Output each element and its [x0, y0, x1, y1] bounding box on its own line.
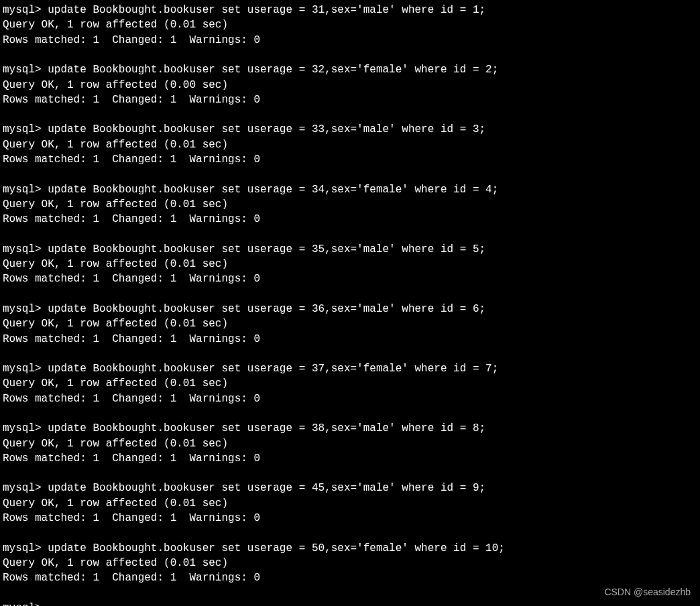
terminal-output[interactable]: mysql> update Bookbought.bookuser set us… — [3, 3, 697, 606]
command-line: mysql> update Bookbought.bookuser set us… — [3, 302, 697, 316]
query-block: mysql> update Bookbought.bookuser set us… — [3, 3, 697, 48]
query-ok-line: Query OK, 1 row affected (0.01 sec) — [3, 556, 697, 570]
query-ok-line: Query OK, 1 row affected (0.00 sec) — [3, 78, 697, 93]
rows-matched-line: Rows matched: 1 Changed: 1 Warnings: 0 — [3, 33, 697, 48]
query-block: mysql> update Bookbought.bookuser set us… — [3, 421, 697, 466]
query-block: mysql> update Bookbought.bookuser set us… — [3, 182, 697, 227]
rows-matched-line: Rows matched: 1 Changed: 1 Warnings: 0 — [3, 152, 697, 167]
rows-matched-line: Rows matched: 1 Changed: 1 Warnings: 0 — [3, 451, 697, 466]
query-block: mysql> update Bookbought.bookuser set us… — [3, 122, 697, 167]
rows-matched-line: Rows matched: 1 Changed: 1 Warnings: 0 — [3, 271, 697, 286]
command-line: mysql> update Bookbought.bookuser set us… — [3, 242, 697, 257]
query-ok-line: Query OK, 1 row affected (0.01 sec) — [3, 376, 697, 391]
watermark: CSDN @seasidezhb — [604, 586, 691, 599]
command-line: mysql> update Bookbought.bookuser set us… — [3, 421, 697, 436]
rows-matched-line: Rows matched: 1 Changed: 1 Warnings: 0 — [3, 511, 697, 526]
command-line: mysql> update Bookbought.bookuser set us… — [3, 361, 697, 376]
rows-matched-line: Rows matched: 1 Changed: 1 Warnings: 0 — [3, 570, 697, 585]
command-line: mysql> update Bookbought.bookuser set us… — [3, 122, 697, 137]
command-line: mysql> update Bookbought.bookuser set us… — [3, 62, 697, 77]
command-line: mysql> update Bookbought.bookuser set us… — [3, 3, 697, 17]
query-ok-line: Query OK, 1 row affected (0.01 sec) — [3, 257, 697, 271]
query-block: mysql> update Bookbought.bookuser set us… — [3, 302, 697, 347]
rows-matched-line: Rows matched: 1 Changed: 1 Warnings: 0 — [3, 332, 697, 347]
query-ok-line: Query OK, 1 row affected (0.01 sec) — [3, 496, 697, 511]
query-ok-line: Query OK, 1 row affected (0.01 sec) — [3, 17, 697, 32]
rows-matched-line: Rows matched: 1 Changed: 1 Warnings: 0 — [3, 212, 697, 227]
mysql-prompt[interactable]: mysql> — [3, 601, 697, 606]
command-line: mysql> update Bookbought.bookuser set us… — [3, 182, 697, 197]
query-block: mysql> update Bookbought.bookuser set us… — [3, 62, 697, 107]
command-line: mysql> update Bookbought.bookuser set us… — [3, 481, 697, 495]
query-block: mysql> update Bookbought.bookuser set us… — [3, 541, 697, 586]
rows-matched-line: Rows matched: 1 Changed: 1 Warnings: 0 — [3, 93, 697, 107]
command-line: mysql> update Bookbought.bookuser set us… — [3, 541, 697, 556]
rows-matched-line: Rows matched: 1 Changed: 1 Warnings: 0 — [3, 391, 697, 406]
query-ok-line: Query OK, 1 row affected (0.01 sec) — [3, 197, 697, 212]
query-block: mysql> update Bookbought.bookuser set us… — [3, 361, 697, 406]
query-block: mysql> update Bookbought.bookuser set us… — [3, 481, 697, 526]
query-ok-line: Query OK, 1 row affected (0.01 sec) — [3, 137, 697, 152]
query-ok-line: Query OK, 1 row affected (0.01 sec) — [3, 316, 697, 331]
query-block: mysql> update Bookbought.bookuser set us… — [3, 242, 697, 287]
query-ok-line: Query OK, 1 row affected (0.01 sec) — [3, 436, 697, 451]
